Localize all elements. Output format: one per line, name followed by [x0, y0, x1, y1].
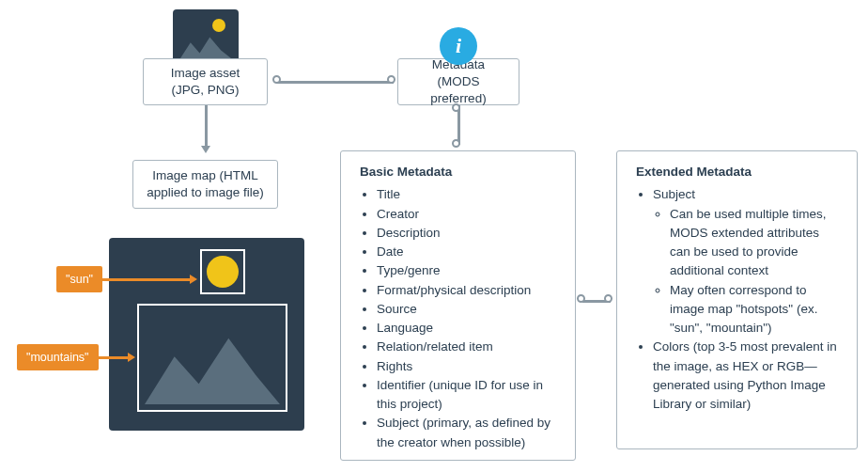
tag-sun-label: "sun" [66, 273, 93, 286]
tag-mountains-label: "mountains" [26, 351, 89, 364]
basic-metadata-list: Title Creator Description Date Type/genr… [360, 185, 560, 452]
list-item: Relation/related item [377, 338, 560, 356]
list-item: Type/genre [377, 261, 560, 280]
list-item: Subject (primary, as defined by the crea… [377, 414, 560, 452]
connector-dot [272, 75, 281, 84]
mountains-icon [145, 331, 280, 404]
connector-dot [452, 103, 460, 112]
image-map-graphic [109, 238, 304, 431]
image-map-label: Image map (HTML applied to image file) [147, 167, 264, 201]
hotspot-sun [200, 249, 245, 294]
list-item: Description [377, 224, 560, 243]
list-item: Language [377, 319, 560, 338]
list-item: Date [377, 243, 560, 261]
arrow-icon [190, 275, 197, 284]
list-item-label: Subject [653, 187, 695, 201]
image-map-box: Image map (HTML applied to image file) [132, 160, 278, 209]
metadata-box: Metadata (MODS preferred) [397, 58, 519, 105]
connector-dot [577, 294, 585, 303]
mountains-icon [180, 32, 231, 58]
image-asset-label: Image asset (JPG, PNG) [157, 65, 254, 99]
connector-asset-metadata [277, 81, 394, 84]
connector-dot [604, 294, 612, 303]
list-item: Format/physical description [377, 281, 560, 300]
extended-metadata-list: Subject Can be used multiple times, MODS… [636, 185, 842, 414]
list-item: Subject Can be used multiple times, MODS… [653, 185, 842, 338]
list-item: Identifier (unique ID for use in this pr… [377, 376, 560, 415]
list-item: Rights [377, 357, 560, 376]
connector-dot [452, 139, 460, 148]
connector-dot [387, 75, 395, 84]
list-item: Creator [377, 205, 560, 224]
arrow-icon [128, 353, 135, 362]
tag-sun: "sun" [56, 266, 102, 292]
list-item: Source [377, 300, 560, 319]
sun-icon [207, 256, 239, 288]
hotspot-mountains [137, 304, 287, 412]
image-asset-icon [173, 9, 239, 66]
extended-metadata-panel: Extended Metadata Subject Can be used mu… [616, 150, 858, 449]
tag-mountains: "mountains" [17, 344, 99, 370]
image-asset-box: Image asset (JPG, PNG) [143, 58, 268, 105]
info-icon: i [440, 27, 477, 65]
list-item: May often correspond to image map "hotsp… [670, 281, 842, 338]
list-item: Title [377, 185, 560, 204]
connector-asset-imagemap [205, 105, 208, 148]
extended-metadata-title: Extended Metadata [636, 163, 842, 181]
sun-icon [212, 19, 225, 32]
list-item: Colors (top 3-5 most prevalent in the im… [653, 338, 842, 414]
list-item: Can be used multiple times, MODS extende… [670, 205, 842, 281]
basic-metadata-title: Basic Metadata [360, 163, 560, 181]
basic-metadata-panel: Basic Metadata Title Creator Description… [340, 150, 576, 461]
connector-tag-mountains [94, 356, 130, 359]
connector-tag-sun [100, 278, 192, 281]
